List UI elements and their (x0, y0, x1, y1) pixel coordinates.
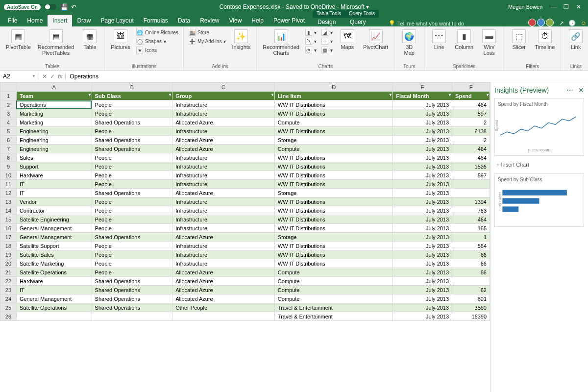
cell[interactable]: Operations (16, 100, 92, 109)
cell[interactable]: Infrastructure (172, 153, 275, 162)
row-header[interactable]: 1 (0, 92, 17, 100)
tab-review[interactable]: Review (195, 15, 224, 26)
cell[interactable]: July 2013 (393, 294, 452, 303)
cancel-formula-icon[interactable]: ✕ (42, 73, 47, 80)
table-column-header[interactable]: Line Item▾ (274, 92, 393, 100)
cell[interactable]: Shared Operations (92, 136, 172, 145)
table-column-header[interactable]: Sub Class▾ (92, 92, 172, 100)
save-icon[interactable]: 💾 (60, 3, 68, 11)
cell[interactable]: People (92, 215, 172, 224)
cell[interactable]: Storage (274, 189, 393, 197)
cell[interactable]: Travel & Entertainment (274, 303, 393, 312)
cell[interactable]: Compute (274, 286, 393, 294)
icons-button[interactable]: ★Icons (135, 46, 179, 54)
cell[interactable] (172, 312, 275, 321)
cell[interactable] (452, 277, 490, 286)
cell[interactable]: July 2013 (393, 312, 452, 321)
cell[interactable]: 16390 (452, 312, 490, 321)
cell[interactable]: People (92, 250, 172, 259)
cell[interactable] (452, 180, 490, 189)
avatar[interactable] (528, 19, 536, 26)
cell[interactable]: WW IT Distributions (274, 162, 393, 171)
row-header[interactable]: 9 (0, 162, 17, 171)
cell[interactable]: People (92, 259, 172, 268)
worksheet-grid[interactable]: ABCDEF1Team▾Sub Class▾Group▾Line Item▾Fi… (0, 82, 490, 392)
cell[interactable] (92, 312, 172, 321)
recommended-charts-button[interactable]: 📊Recommended Charts (261, 28, 301, 57)
cell[interactable]: People (92, 127, 172, 136)
cell[interactable]: Shared Operations (92, 233, 172, 242)
cell[interactable]: Compute (274, 268, 393, 277)
tell-me-search[interactable]: 💡 Tell me what you want to do (389, 20, 528, 26)
cell[interactable]: Vendor (16, 197, 92, 206)
cell[interactable]: July 2013 (393, 136, 452, 145)
pivotchart-button[interactable]: 📈PivotChart (361, 28, 390, 51)
row-header[interactable]: 13 (0, 197, 17, 206)
column-header[interactable]: B (92, 83, 172, 92)
pivottable-button[interactable]: ▦PivotTable (4, 28, 33, 51)
chart-type-button[interactable]: ◔▾ (304, 46, 318, 54)
cell[interactable]: WW IT Distributions (274, 180, 393, 189)
cell[interactable]: IT (16, 286, 92, 294)
cell[interactable]: July 2013 (393, 162, 452, 171)
cell[interactable]: People (92, 206, 172, 215)
row-header[interactable]: 12 (0, 189, 17, 197)
avatar[interactable] (546, 19, 554, 26)
row-header[interactable]: 21 (0, 268, 17, 277)
row-header[interactable]: 18 (0, 242, 17, 250)
row-header[interactable]: 17 (0, 233, 17, 242)
filter-icon[interactable]: ▾ (390, 93, 392, 97)
cell[interactable]: July 2013 (393, 180, 452, 189)
table-column-header[interactable]: Spend▾ (452, 92, 490, 100)
cell[interactable]: 6138 (452, 127, 490, 136)
cell[interactable]: Compute (274, 294, 393, 303)
tab-power-pivot[interactable]: Power Pivot (269, 15, 310, 26)
column-header[interactable]: D (274, 83, 393, 92)
sparkline-column-button[interactable]: ▮Column (453, 28, 475, 51)
cell[interactable] (16, 312, 92, 321)
cell[interactable]: July 2013 (393, 100, 452, 109)
timeline-button[interactable]: ⏱Timeline (533, 28, 557, 51)
chart-type-button[interactable]: ▩▾ (320, 46, 334, 54)
cell[interactable]: 464 (452, 153, 490, 162)
cell[interactable]: Satellite Marketing (16, 259, 92, 268)
cell[interactable]: July 2013 (393, 206, 452, 215)
row-header[interactable]: 14 (0, 206, 17, 215)
avatar[interactable] (537, 19, 545, 26)
insight-chart-card[interactable]: Spend by Sub Class Sub Class (494, 173, 584, 227)
maps-button[interactable]: 🗺Maps (337, 28, 358, 51)
chart-type-button[interactable]: 〽▾ (304, 37, 318, 45)
cell[interactable]: Compute (274, 277, 393, 286)
cell[interactable]: Allocated Azure (172, 268, 275, 277)
cell[interactable]: July 2013 (393, 268, 452, 277)
cell[interactable]: Infrastructure (172, 109, 275, 118)
cell[interactable]: Marketing (16, 118, 92, 127)
cell[interactable]: People (92, 242, 172, 250)
chart-type-button[interactable]: ▮▾ (304, 28, 318, 36)
cell[interactable]: July 2013 (393, 242, 452, 250)
store-button[interactable]: 🏬Store (188, 28, 227, 36)
cell[interactable]: People (92, 197, 172, 206)
cell[interactable]: People (92, 153, 172, 162)
cell[interactable]: Shared Operations (92, 286, 172, 294)
cell[interactable]: July 2013 (393, 224, 452, 233)
chart-type-button[interactable]: ⁘▾ (320, 37, 334, 45)
filter-icon[interactable]: ▾ (89, 93, 91, 97)
shapes-button[interactable]: ◯Shapes ▾ (135, 37, 179, 45)
table-column-header[interactable]: Fiscal Month▾ (393, 92, 452, 100)
cell[interactable]: Infrastructure (172, 242, 275, 250)
cell[interactable]: July 2013 (393, 189, 452, 197)
history-icon[interactable]: 🕓 (568, 20, 576, 26)
cell[interactable]: WW IT Distributions (274, 153, 393, 162)
cell[interactable]: Compute (274, 145, 393, 153)
tab-view[interactable]: View (224, 15, 247, 26)
cell[interactable]: July 2013 (393, 109, 452, 118)
cell[interactable]: Satellite Sales (16, 250, 92, 259)
column-header[interactable]: C (172, 83, 275, 92)
row-header[interactable]: 15 (0, 215, 17, 224)
cell[interactable]: People (92, 109, 172, 118)
row-header[interactable]: 5 (0, 127, 17, 136)
cell[interactable]: Storage (274, 233, 393, 242)
user-name[interactable]: Megan Bowen (508, 4, 542, 10)
filter-icon[interactable]: ▾ (169, 93, 171, 97)
